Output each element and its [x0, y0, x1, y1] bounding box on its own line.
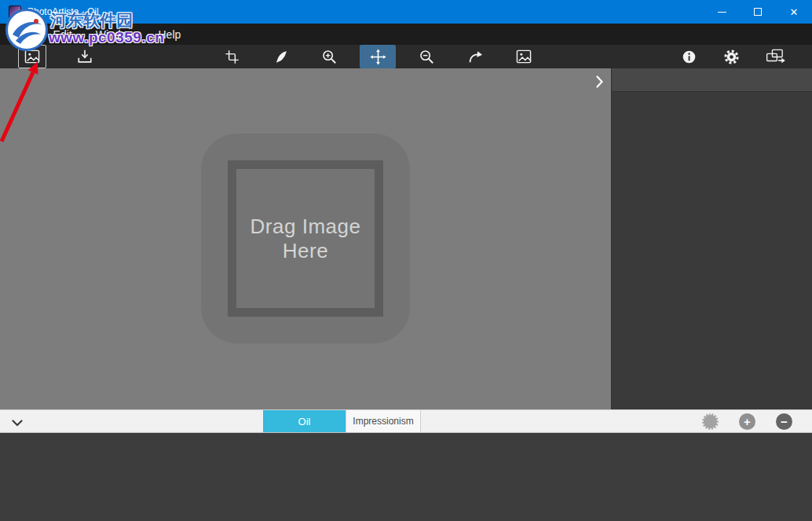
menu-help[interactable]: Help — [146, 24, 192, 45]
presets-panel — [0, 433, 812, 521]
minimize-icon — [718, 12, 726, 13]
zoom-out-icon — [419, 49, 434, 64]
menu-edit[interactable]: Edit — [42, 24, 84, 45]
menu-window[interactable]: Window — [84, 24, 147, 45]
preset-texture-button[interactable] — [702, 413, 719, 430]
minus-icon: − — [781, 416, 788, 427]
menu-bar: File Edit Window Help — [0, 24, 812, 45]
info-icon — [682, 50, 697, 64]
zoom-in-button[interactable] — [313, 45, 345, 68]
open-image-button[interactable] — [18, 45, 46, 68]
close-icon: ✕ — [790, 6, 799, 18]
open-image-icon — [24, 50, 40, 64]
image-icon — [516, 50, 532, 64]
move-tool-button[interactable] — [360, 45, 396, 68]
window-title: PhotoArtista - Oil — [27, 6, 99, 17]
chevron-down-icon — [12, 420, 23, 427]
drop-zone-text: Drag Image Here — [247, 215, 364, 262]
window-controls: ✕ — [704, 0, 812, 24]
brush-button[interactable] — [265, 45, 296, 68]
close-button[interactable]: ✕ — [776, 0, 812, 24]
panel-expand-button[interactable] — [594, 75, 605, 89]
canvas-area: Drag Image Here — [0, 68, 611, 409]
right-panel-header — [612, 68, 812, 92]
menu-file[interactable]: File — [0, 24, 42, 45]
crop-button[interactable] — [216, 45, 247, 68]
drop-zone-frame: Drag Image Here — [228, 160, 383, 317]
image-drop-zone[interactable]: Drag Image Here — [201, 134, 410, 343]
toolbar — [0, 45, 812, 68]
tab-impressionism[interactable]: Impressionism — [346, 410, 421, 432]
styles-bar: Oil Impressionism + − — [0, 409, 812, 433]
redo-arrow-icon — [467, 49, 483, 64]
settings-button[interactable] — [715, 45, 747, 68]
plus-icon: + — [744, 416, 751, 427]
remove-preset-button[interactable]: − — [776, 413, 792, 430]
title-bar: PhotoArtista - Oil ✕ — [0, 0, 812, 24]
zoom-in-icon — [321, 49, 337, 64]
app-icon — [9, 6, 21, 18]
import-image-button[interactable] — [69, 45, 101, 68]
minimize-button[interactable] — [704, 0, 740, 24]
chevron-right-icon — [596, 75, 603, 88]
export-share-icon — [766, 49, 786, 64]
collapse-panel-button[interactable] — [9, 417, 25, 428]
zoom-out-button[interactable] — [411, 45, 442, 68]
add-preset-button[interactable]: + — [739, 413, 755, 430]
import-download-icon — [77, 49, 93, 64]
redo-button[interactable] — [459, 45, 491, 68]
photoartista-window: PhotoArtista - Oil ✕ File Edit Window He… — [0, 0, 812, 521]
export-button[interactable] — [759, 45, 793, 68]
info-button[interactable] — [673, 45, 704, 68]
maximize-icon — [754, 8, 762, 16]
move-arrows-icon — [370, 49, 386, 65]
right-panel — [611, 68, 812, 409]
brush-icon — [273, 50, 288, 64]
gear-icon — [723, 49, 740, 65]
image-adjust-button[interactable] — [508, 45, 540, 68]
maximize-button[interactable] — [740, 0, 776, 24]
crop-icon — [225, 50, 240, 64]
tab-oil[interactable]: Oil — [263, 410, 346, 432]
